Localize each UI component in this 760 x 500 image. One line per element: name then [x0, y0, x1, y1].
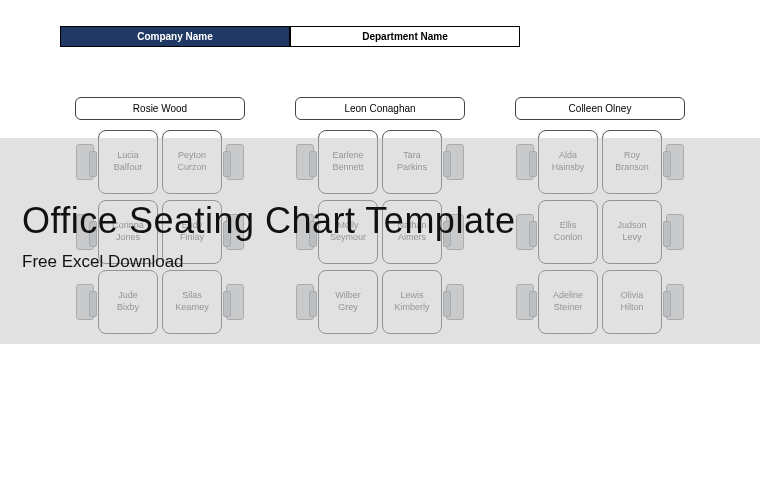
header-row: Company Name Department Name: [60, 26, 760, 47]
cluster-lead: Rosie Wood: [75, 97, 245, 120]
cluster-lead: Colleen Olney: [515, 97, 685, 120]
department-name-cell: Department Name: [290, 26, 520, 47]
company-name-cell: Company Name: [60, 26, 290, 47]
overlay-title: Office Seating Chart Template: [22, 200, 515, 242]
overlay-subtitle: Free Excel Download: [22, 252, 515, 272]
cluster-lead: Leon Conaghan: [295, 97, 465, 120]
overlay-text: Office Seating Chart Template Free Excel…: [22, 200, 515, 272]
